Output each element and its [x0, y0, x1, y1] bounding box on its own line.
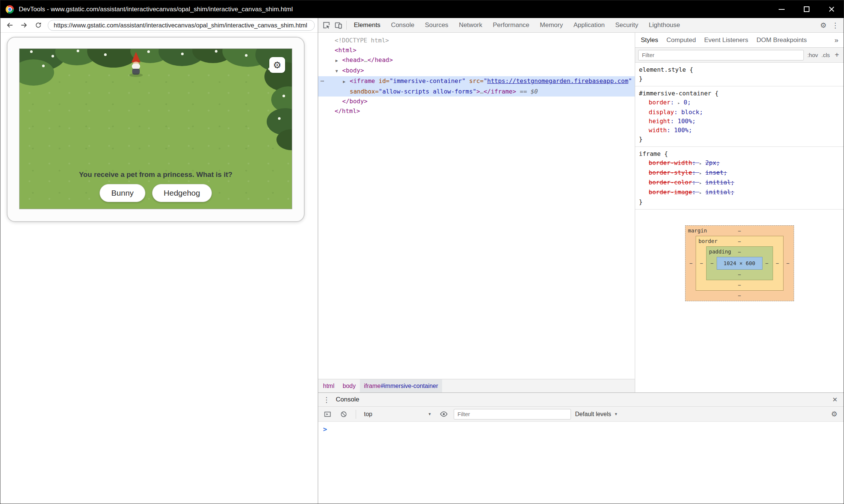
devtools-tab-performance[interactable]: Performance	[488, 18, 534, 32]
new-style-rule-button[interactable]: +	[833, 51, 841, 59]
breadcrumb-item-iframe[interactable]: iframe#immersive-container	[360, 379, 442, 392]
devtools-tab-memory[interactable]: Memory	[534, 18, 568, 32]
css-property-border[interactable]: border: ▸0;	[639, 98, 841, 108]
back-button[interactable]	[3, 19, 16, 32]
styles-tabs: StylesComputedEvent ListenersDOM Breakpo…	[637, 33, 811, 47]
expand-arrow-icon[interactable]: ▶	[335, 56, 342, 66]
margin-left-value[interactable]: −	[687, 260, 696, 266]
inspect-element-icon[interactable]	[320, 19, 332, 31]
reload-icon	[35, 21, 42, 29]
browser-toolbar: https://www.gstatic.com/assistant/intera…	[0, 18, 318, 33]
window-title: DevTools - www.gstatic.com/assistant/int…	[19, 6, 769, 13]
css-selector[interactable]: iframe	[639, 150, 661, 157]
dom-node[interactable]: <!DOCTYPE html>	[318, 36, 635, 45]
dom-tree: <!DOCTYPE html><html>▶<head>…</head>▼<bo…	[318, 33, 635, 379]
css-property-height[interactable]: height: 100%;	[639, 117, 841, 126]
log-levels-select[interactable]: Default levels ▼	[575, 411, 618, 418]
settings-gear-button[interactable]: ⚙	[269, 57, 285, 73]
css-property-border-color[interactable]: border-color: ▸initial;	[639, 178, 841, 188]
devtools-menu-icon[interactable]: ⋮	[829, 19, 841, 31]
element-class-toggle[interactable]: .cls	[821, 52, 830, 58]
minimize-button[interactable]	[769, 0, 794, 18]
devtools-tab-sources[interactable]: Sources	[420, 18, 453, 32]
devtools-tab-application[interactable]: Application	[568, 18, 610, 32]
margin-bottom-value[interactable]: −	[738, 293, 741, 299]
drawer-menu-icon[interactable]: ⋮	[322, 395, 331, 404]
close-button[interactable]	[819, 0, 844, 18]
breadcrumb-item-body[interactable]: body	[338, 379, 360, 392]
css-property-border-image[interactable]: border-image: ▸initial;	[639, 188, 841, 198]
console-sidebar-icon[interactable]	[322, 408, 334, 420]
overflow-menu-icon[interactable]: »	[830, 36, 842, 44]
css-property-border-style[interactable]: border-style: ▸inset;	[639, 168, 841, 178]
border-top-value[interactable]: −	[738, 238, 741, 244]
border-bottom-value[interactable]: −	[738, 282, 741, 288]
dom-node[interactable]: <html>	[318, 45, 635, 55]
padding-bottom-value[interactable]: −	[738, 272, 741, 278]
console-settings-icon[interactable]: ⚙	[828, 408, 840, 420]
devtools-tab-console[interactable]: Console	[386, 18, 420, 32]
game-scene: ⚙ You receive a pet from a princess. Wha…	[19, 48, 292, 209]
clear-console-icon[interactable]	[338, 408, 350, 420]
css-property-display[interactable]: display: block;	[639, 108, 841, 117]
devtools-tab-elements[interactable]: Elements	[349, 18, 386, 32]
console-prompt-chevron: >	[323, 425, 327, 433]
dom-node[interactable]: ▼<body>	[318, 66, 635, 76]
css-property-width[interactable]: width: 100%;	[639, 126, 841, 135]
dom-node[interactable]: ⋯▶<iframe id="immersive-container" src="…	[318, 76, 635, 97]
breadcrumb-item-html[interactable]: html	[319, 379, 338, 392]
maximize-button[interactable]	[794, 0, 819, 18]
box-model-content[interactable]: 1024 × 600	[717, 257, 762, 270]
browser-pane: https://www.gstatic.com/assistant/intera…	[0, 18, 318, 504]
margin-top-value[interactable]: −	[738, 228, 741, 234]
flower	[30, 50, 33, 53]
devtools-window: DevTools - www.gstatic.com/assistant/int…	[0, 0, 844, 504]
more-actions-icon[interactable]: ⋯	[320, 76, 325, 86]
live-expression-eye-icon[interactable]	[438, 408, 450, 420]
forward-button[interactable]	[18, 19, 30, 32]
console-output[interactable]: >	[318, 422, 844, 504]
device-toolbar-icon[interactable]	[332, 19, 344, 31]
chrome-logo-icon	[6, 5, 14, 14]
bunny-button[interactable]: Bunny	[100, 184, 145, 202]
flower	[42, 65, 45, 67]
console-drawer-tab[interactable]: Console	[336, 396, 359, 403]
css-selector[interactable]: #immersive-container	[639, 90, 711, 97]
hedgehog-button[interactable]: Hedgehog	[152, 184, 212, 202]
attribute-url-link[interactable]: https://testgnomegarden.firebaseapp.com	[487, 77, 628, 85]
css-selector[interactable]: element.style	[639, 66, 686, 73]
border-left-value[interactable]: −	[697, 260, 706, 266]
styles-filter-input[interactable]	[638, 50, 804, 60]
console-toolbar: top ▼ Default levels ▼ ⚙	[318, 407, 844, 422]
devtools-tab-lighthouse[interactable]: Lighthouse	[643, 18, 685, 32]
devtools-tab-security[interactable]: Security	[610, 18, 643, 32]
styles-tab-styles[interactable]: Styles	[637, 33, 662, 47]
styles-tab-event-listeners[interactable]: Event Listeners	[700, 33, 752, 47]
expand-arrow-icon[interactable]: ▼	[335, 66, 342, 76]
chevron-down-icon: ▼	[614, 412, 618, 416]
dom-node[interactable]: </body>	[318, 97, 635, 106]
dom-node[interactable]: ▶<head>…</head>	[318, 55, 635, 66]
margin-right-value[interactable]: −	[784, 260, 793, 266]
close-drawer-icon[interactable]: ✕	[830, 396, 840, 404]
padding-top-value[interactable]: −	[738, 249, 741, 255]
expand-arrow-icon[interactable]: ▶	[343, 77, 350, 87]
styles-tab-computed[interactable]: Computed	[662, 33, 700, 47]
address-bar[interactable]: https://www.gstatic.com/assistant/intera…	[48, 20, 315, 31]
css-property-border-width[interactable]: border-width: ▸2px;	[639, 158, 841, 168]
devtools-tab-network[interactable]: Network	[454, 18, 488, 32]
devtools-settings-icon[interactable]: ⚙	[817, 19, 829, 31]
border-right-value[interactable]: −	[773, 260, 782, 266]
padding-left-value[interactable]: −	[708, 260, 717, 266]
flower	[51, 55, 54, 57]
styles-tab-dom-breakpoints[interactable]: DOM Breakpoints	[752, 33, 811, 47]
console-filter-input[interactable]	[454, 409, 571, 419]
flower	[245, 54, 248, 57]
dom-node[interactable]: </html>	[318, 106, 635, 116]
console-header: ⋮ Console ✕	[318, 393, 844, 407]
pseudo-state-toggle[interactable]: :hov	[807, 52, 818, 58]
execution-context-select[interactable]: top ▼	[362, 411, 433, 418]
box-model-padding-label: padding	[709, 249, 731, 255]
padding-right-value[interactable]: −	[762, 260, 772, 266]
reload-button[interactable]	[32, 19, 45, 32]
